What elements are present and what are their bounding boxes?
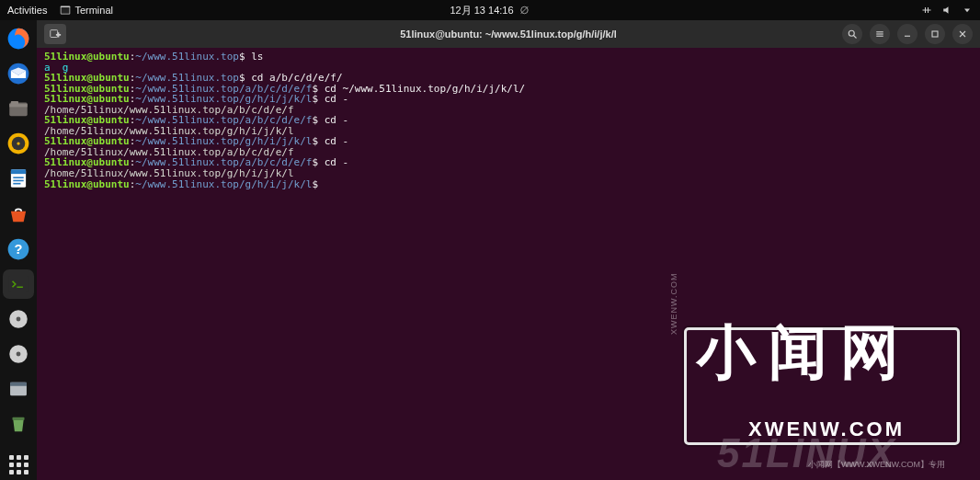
dock-app-disc2[interactable] [3,339,34,369]
svg-rect-16 [13,183,20,185]
terminal-window: 51linux@ubuntu: ~/www.51linux.top/g/h/i/… [37,20,980,480]
svg-rect-27 [51,30,58,38]
terminal-output[interactable]: 51linux@ubuntu:~/www.51linux.top$ ls a g… [37,48,980,480]
menu-button[interactable] [870,24,890,44]
active-app-label: Terminal [74,5,113,16]
dock-app-thunderbird[interactable] [3,59,34,88]
dock-app-help[interactable]: ? [3,234,34,264]
svg-point-30 [849,30,854,36]
close-button[interactable] [952,24,973,44]
svg-point-23 [17,352,21,357]
desktop: ? 51linux@ubuntu: [0,20,980,480]
dock-app-terminal[interactable] [3,269,34,299]
window-title: 51linux@ubuntu: ~/www.51linux.top/g/h/i/… [400,29,617,40]
clock[interactable]: 12月 13 14:16 [450,4,513,17]
svg-line-31 [854,36,857,39]
notification-off-icon [519,5,530,16]
power-icon[interactable] [962,5,973,16]
svg-rect-8 [11,101,18,105]
svg-point-21 [17,316,21,321]
dock-app-files[interactable] [3,94,34,123]
svg-rect-13 [11,170,26,175]
gnome-topbar: Activities Terminal 12月 13 14:16 [0,0,980,20]
dock-app-disc1[interactable] [3,304,34,334]
workspace: 51linux@ubuntu: ~/www.51linux.top/g/h/i/… [37,20,980,480]
dock-app-libreoffice-writer[interactable] [3,164,34,193]
svg-rect-19 [8,276,28,292]
dock: ? [0,20,37,480]
show-applications-button[interactable] [3,450,34,480]
svg-rect-15 [13,180,23,182]
activities-button[interactable]: Activities [7,5,47,16]
network-icon[interactable] [921,5,932,16]
svg-point-11 [17,143,19,145]
svg-text:?: ? [15,242,23,257]
svg-rect-26 [13,417,25,420]
dock-app-firefox[interactable] [3,24,34,53]
search-button[interactable] [842,24,862,44]
svg-rect-1 [62,7,70,14]
dock-app-ubuntu-software[interactable] [3,200,34,229]
dock-app-panel[interactable] [3,374,34,404]
dock-app-rhythmbox[interactable] [3,129,34,158]
svg-rect-36 [932,31,938,37]
volume-icon[interactable] [941,5,952,16]
window-titlebar: 51linux@ubuntu: ~/www.51linux.top/g/h/i/… [37,20,980,48]
dock-app-trash[interactable] [3,409,34,439]
minimize-button[interactable] [897,24,917,44]
active-app-menu[interactable]: Terminal [60,5,113,16]
new-tab-button[interactable] [44,24,66,44]
svg-rect-25 [10,383,27,386]
maximize-button[interactable] [925,24,945,44]
svg-rect-14 [13,177,23,179]
terminal-icon [60,5,71,16]
